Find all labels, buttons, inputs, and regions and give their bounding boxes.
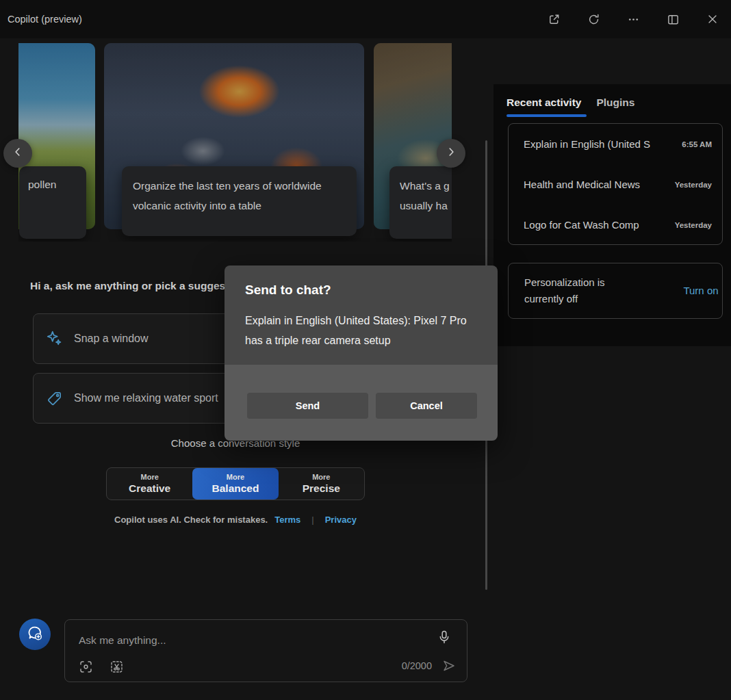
screenshot-icon[interactable]	[78, 659, 93, 674]
new-topic-button[interactable]	[19, 619, 51, 650]
tag-icon	[46, 389, 64, 407]
more-icon[interactable]	[626, 12, 641, 27]
refresh-icon[interactable]	[586, 12, 601, 27]
personalization-card: Personalization is currently off Turn on	[508, 263, 723, 319]
style-option-creative[interactable]: More Creative	[107, 468, 192, 500]
title-bar-actions	[546, 0, 720, 38]
suggestion-carousel: pollen Organize the last ten years of wo…	[18, 43, 452, 242]
link-divider: |	[307, 515, 318, 525]
title-bar: Copilot (preview)	[0, 0, 731, 38]
dialog-content: Send to chat? Explain in English (United…	[225, 265, 498, 365]
active-tab-underline	[506, 114, 587, 117]
new-topic-chat-plus-icon	[26, 624, 44, 645]
composer: 0/2000	[64, 619, 467, 682]
app-title: Copilot (preview)	[8, 14, 82, 25]
disclaimer-text: Copilot uses AI. Check for mistakes.	[114, 515, 268, 525]
carousel-prev-button[interactable]	[3, 139, 32, 168]
recent-item[interactable]: Logo for Cat Wash Comp Yesterday	[509, 205, 722, 245]
side-panel-icon[interactable]	[665, 12, 680, 27]
turn-on-link[interactable]: Turn on	[680, 283, 722, 298]
send-to-chat-dialog: Send to chat? Explain in English (United…	[225, 265, 498, 441]
cancel-button[interactable]: Cancel	[376, 393, 477, 419]
tab-recent-activity[interactable]: Recent activity	[506, 96, 581, 109]
composer-tools	[78, 659, 124, 674]
conversation-style-picker: More Creative More Balanced More Precise	[106, 467, 365, 500]
send-icon[interactable]	[441, 658, 457, 674]
composer-right: 0/2000	[402, 658, 457, 674]
privacy-link[interactable]: Privacy	[325, 515, 357, 525]
timestamp: Yesterday	[675, 221, 712, 229]
recent-activity-list: Explain in English (United S 6:55 AM Hea…	[508, 123, 723, 245]
chat-input[interactable]	[79, 631, 421, 650]
snip-icon[interactable]	[109, 659, 124, 674]
tab-plugins[interactable]: Plugins	[596, 96, 634, 109]
timestamp: Yesterday	[675, 181, 712, 189]
close-icon[interactable]	[705, 12, 720, 27]
send-button[interactable]: Send	[247, 393, 368, 419]
suggestion-label: Show me relaxing water sport	[74, 390, 218, 406]
card-label[interactable]: pollen	[19, 166, 86, 239]
dialog-body-text: Explain in English (United States): Pixe…	[245, 311, 481, 350]
personalization-message: Personalization is currently off	[524, 274, 644, 307]
timestamp: 6:55 AM	[682, 140, 712, 148]
sparkle-icon	[46, 330, 64, 348]
carousel-next-button[interactable]	[437, 139, 465, 168]
right-panel-tabs: Recent activity Plugins	[506, 96, 634, 109]
style-option-balanced-selected[interactable]: More Balanced	[192, 468, 278, 500]
terms-link[interactable]: Terms	[274, 515, 300, 525]
char-count: 0/2000	[402, 660, 432, 671]
dialog-footer: Send Cancel	[225, 365, 498, 441]
recent-item[interactable]: Explain in English (United S 6:55 AM	[509, 124, 722, 164]
ai-disclaimer: Copilot uses AI. Check for mistakes. Ter…	[0, 515, 471, 525]
chevron-left-icon	[12, 146, 24, 161]
suggestion-label: Snap a window	[74, 330, 149, 347]
copilot-window: Copilot (preview)	[0, 0, 731, 700]
card-label[interactable]: Organize the last ten years of worldwide…	[122, 166, 357, 236]
mic-icon[interactable]	[437, 630, 453, 647]
chevron-right-icon	[445, 146, 457, 161]
open-external-icon[interactable]	[546, 12, 561, 27]
recent-item[interactable]: Health and Medical News Yesterday	[509, 164, 722, 205]
dialog-title: Send to chat?	[245, 283, 331, 298]
style-option-precise[interactable]: More Precise	[279, 468, 364, 500]
card-label[interactable]: What's a g usually ha	[389, 166, 452, 239]
right-panel: Recent activity Plugins Explain in Engli…	[493, 84, 731, 346]
